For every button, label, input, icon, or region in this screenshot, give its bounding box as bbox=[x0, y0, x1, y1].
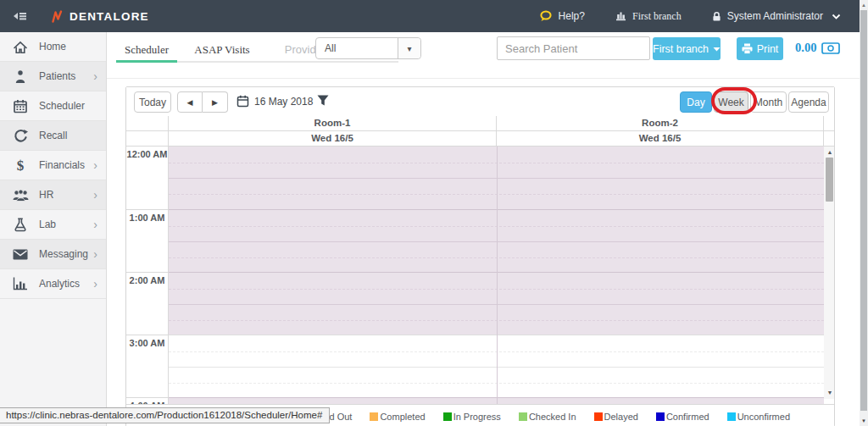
legend-item-in-progress: In Progress bbox=[443, 412, 501, 422]
legend-label: Unconfirmed bbox=[737, 412, 790, 422]
legend-label: Completed bbox=[380, 412, 425, 422]
printer-icon bbox=[742, 43, 753, 54]
filter-funnel-icon[interactable] bbox=[317, 95, 329, 106]
next-day-button[interactable]: ▶ bbox=[203, 91, 228, 113]
today-button[interactable]: Today bbox=[134, 91, 171, 113]
refresh-icon bbox=[12, 129, 29, 143]
collapse-sidebar-button[interactable] bbox=[8, 10, 27, 22]
sidebar-item-home[interactable]: Home bbox=[0, 32, 106, 62]
calendar-header: Room-1Room-2Wed 16/5Wed 16/5 bbox=[126, 116, 834, 147]
legend-color-swatch bbox=[443, 412, 452, 421]
legend-color-swatch bbox=[656, 412, 665, 421]
sidebar-nav: HomePatients›SchedulerRecall$Financials›… bbox=[0, 32, 107, 426]
time-label: 2:00 AM bbox=[126, 272, 168, 335]
calendar-icon bbox=[12, 99, 29, 113]
legend-item-checked-in: Checked In bbox=[519, 412, 576, 422]
view-switcher: DayWeekMonthAgenda bbox=[680, 91, 829, 113]
scheduler-panel: Today ◀ ▶ 16 May 2018 bbox=[125, 86, 835, 426]
room-column-divider bbox=[497, 147, 498, 404]
sidebar-item-messaging[interactable]: Messaging› bbox=[0, 240, 106, 269]
sidebar-item-patients[interactable]: Patients› bbox=[0, 62, 106, 91]
brand-name: DENTALORE bbox=[70, 10, 149, 23]
day-header: Wed 16/5 bbox=[497, 131, 824, 147]
branch-button-label: First branch bbox=[653, 43, 709, 55]
tab-scheduler[interactable]: Scheduler bbox=[116, 40, 177, 60]
tab-underline bbox=[177, 61, 398, 63]
sidebar-item-analytics[interactable]: Analytics› bbox=[0, 269, 106, 299]
sidebar-item-hr[interactable]: HR› bbox=[0, 180, 106, 210]
help-menu[interactable]: Help? bbox=[539, 10, 585, 22]
calendar-body: 12:00 AM1:00 AM2:00 AM3:00 AM4:00 AM ▲ ▼ bbox=[126, 147, 834, 404]
view-month-button[interactable]: Month bbox=[750, 91, 787, 113]
prev-day-button[interactable]: ◀ bbox=[177, 91, 203, 113]
sidebar-item-scheduler[interactable]: Scheduler bbox=[0, 91, 106, 121]
help-label: Help? bbox=[559, 10, 585, 22]
chevron-right-icon: › bbox=[93, 220, 97, 229]
chevron-down-icon[interactable]: ▾ bbox=[398, 38, 420, 58]
provider-filter-dropdown[interactable]: All ▾ bbox=[315, 37, 421, 59]
lock-icon bbox=[712, 11, 721, 22]
calendar-date-icon[interactable] bbox=[236, 95, 249, 108]
page-scrollbar[interactable]: ▲ ▼ bbox=[860, 0, 868, 426]
user-menu[interactable]: System Administrator bbox=[712, 10, 841, 22]
print-button[interactable]: Print bbox=[737, 37, 783, 60]
sidebar-item-lab[interactable]: Lab› bbox=[0, 210, 106, 240]
sidebar-item-label: Patients bbox=[39, 70, 75, 82]
sidebar-item-label: Scheduler bbox=[39, 100, 85, 112]
header-gutter-cell bbox=[126, 116, 169, 131]
page-scroll-up-icon[interactable]: ▲ bbox=[860, 1, 868, 9]
time-label: 1:00 AM bbox=[126, 209, 168, 272]
chevron-right-icon: › bbox=[93, 161, 97, 169]
page-scrollbar-thumb[interactable] bbox=[860, 10, 867, 411]
chevron-right-icon: › bbox=[93, 191, 97, 199]
branch-label: First branch bbox=[632, 10, 682, 23]
room-name-header: Room-2 bbox=[497, 116, 824, 131]
user-label: System Administrator bbox=[727, 10, 823, 22]
legend-label: Confirmed bbox=[666, 412, 709, 422]
scroll-down-arrow-icon[interactable]: ▼ bbox=[824, 388, 834, 397]
legend-label: Checked In bbox=[529, 412, 576, 422]
branch-menu[interactable]: First branch bbox=[615, 10, 682, 23]
scrollbar-thumb[interactable] bbox=[826, 158, 833, 202]
chevron-right-icon: › bbox=[93, 279, 97, 288]
bar-chart-icon bbox=[12, 277, 29, 290]
balance-amount: 0.00 bbox=[795, 41, 816, 55]
svg-text:$: $ bbox=[17, 158, 25, 173]
branch-select-button[interactable]: First branch bbox=[653, 37, 721, 60]
cash-icon bbox=[821, 42, 840, 54]
header-spacer-cell bbox=[824, 116, 834, 131]
caret-down-icon bbox=[713, 47, 721, 52]
page-topbar: SchedulerASAP VisitsProvider All ▾ First… bbox=[107, 32, 860, 79]
top-navbar: DENTALORE Help? First branch bbox=[0, 0, 860, 32]
legend-item-unconfirmed: Unconfirmed bbox=[727, 412, 790, 422]
view-agenda-button[interactable]: Agenda bbox=[788, 91, 829, 113]
chevron-right-icon: › bbox=[93, 72, 97, 80]
page-scroll-down-icon[interactable]: ▼ bbox=[860, 417, 868, 425]
sidebar-item-label: HR bbox=[39, 189, 53, 201]
sidebar-item-financials[interactable]: $Financials› bbox=[0, 151, 106, 180]
time-label: 12:00 AM bbox=[126, 147, 168, 209]
dentalore-logo-icon bbox=[51, 9, 64, 24]
sidebar-item-recall[interactable]: Recall bbox=[0, 121, 106, 151]
time-label: 4:00 AM bbox=[126, 397, 168, 404]
legend-color-swatch bbox=[519, 412, 527, 421]
sidebar-item-label: Home bbox=[39, 41, 66, 53]
sidebar-item-label: Financials bbox=[39, 159, 85, 171]
print-button-label: Print bbox=[757, 43, 779, 55]
room-name-header: Room-1 bbox=[169, 116, 497, 131]
provider-filter-value: All bbox=[316, 38, 398, 58]
calendar-scrollbar[interactable]: ▲ ▼ bbox=[824, 147, 834, 399]
view-week-button[interactable]: Week bbox=[714, 91, 748, 113]
building-icon bbox=[615, 11, 626, 21]
scroll-up-arrow-icon[interactable]: ▲ bbox=[824, 147, 834, 157]
legend-item-completed: Completed bbox=[370, 412, 425, 422]
day-header: Wed 16/5 bbox=[169, 131, 497, 147]
app-window: DENTALORE Help? First branch bbox=[0, 0, 868, 426]
flask-icon bbox=[12, 218, 29, 232]
patient-icon bbox=[12, 69, 29, 84]
search-patient-input[interactable] bbox=[497, 36, 650, 60]
balance-display[interactable]: 0.00 bbox=[795, 41, 840, 55]
view-day-button[interactable]: Day bbox=[680, 91, 712, 113]
tab-asap-visits[interactable]: ASAP Visits bbox=[177, 40, 267, 60]
envelope-icon bbox=[12, 249, 29, 260]
